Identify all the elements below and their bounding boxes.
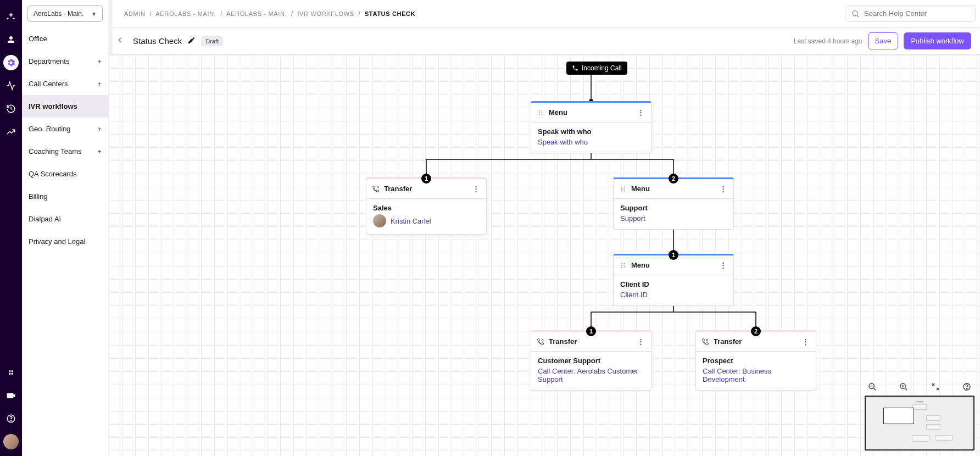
drag-handle-icon[interactable]: [619, 185, 627, 193]
node-person[interactable]: Kristin Carlel: [391, 217, 431, 225]
start-node-label: Incoming Call: [582, 64, 622, 72]
video-icon[interactable]: [3, 388, 19, 403]
key-badge: 2: [669, 174, 678, 183]
more-icon[interactable]: ⋮: [719, 183, 728, 194]
last-saved-label: Last saved 4 hours ago: [794, 37, 862, 45]
node-subtitle: Call Center: Aerolabs Customer Support: [538, 367, 644, 383]
svg-point-4: [539, 110, 540, 111]
sidebar: AeroLabs - Main. ▼ Office Departments + …: [22, 0, 109, 456]
sidebar-item-label: Call Centers: [29, 80, 68, 88]
sidebar-item-georouting[interactable]: Geo. Routing +: [22, 118, 108, 140]
org-selector[interactable]: AeroLabs - Main. ▼: [27, 5, 103, 22]
svg-point-10: [621, 186, 622, 187]
sidebar-item-ivr-workflows[interactable]: IVR workflows: [22, 95, 108, 118]
svg-point-9: [541, 114, 542, 115]
sidebar-item-label: Dialpad Ai: [29, 215, 61, 223]
svg-point-12: [621, 190, 622, 191]
person-icon[interactable]: [3, 32, 19, 47]
node-type-label: Menu: [549, 108, 567, 116]
history-icon[interactable]: [3, 101, 19, 116]
sidebar-item-label: IVR workflows: [29, 102, 77, 110]
node-menu-clientid[interactable]: 1 Menu ⋮ Client ID Client ID: [613, 254, 734, 306]
sidebar-item-billing[interactable]: Billing: [22, 185, 108, 208]
sidebar-item-departments[interactable]: Departments +: [22, 50, 108, 73]
crumb[interactable]: AEROLABS - MAIN.: [226, 10, 287, 17]
start-node[interactable]: Incoming Call: [566, 62, 627, 75]
fit-view-button[interactable]: [930, 381, 941, 392]
node-transfer-prospect[interactable]: 2 Transfer ⋮ Prospect Call Center: Busin…: [695, 330, 816, 391]
status-badge: Draft: [201, 36, 223, 46]
svg-point-21: [623, 266, 625, 268]
crumb-current: STATUS CHECK: [365, 10, 415, 17]
sidebar-item-privacy-legal[interactable]: Privacy and Legal: [22, 230, 108, 253]
minimap-viewport[interactable]: [883, 408, 914, 424]
help-icon[interactable]: [3, 411, 19, 426]
node-title: Support: [620, 204, 727, 212]
crumb[interactable]: IVR WORKFLOWS: [297, 10, 354, 17]
more-icon[interactable]: ⋮: [801, 336, 810, 347]
node-type-label: Transfer: [549, 337, 577, 346]
key-badge: 2: [751, 326, 761, 336]
main: ADMIN / AEROLABS - MAIN. / AEROLABS - MA…: [109, 0, 980, 456]
svg-point-25: [966, 388, 967, 389]
node-menu-support[interactable]: 2 Menu ⋮ Support Support: [613, 177, 734, 230]
workflow-title: Status Check: [133, 36, 182, 46]
node-type-label: Menu: [631, 261, 650, 269]
edit-title-button[interactable]: [187, 36, 196, 46]
workflow-canvas[interactable]: Incoming Call Menu ⋮ Speak with who Spea…: [109, 55, 980, 456]
sidebar-item-coaching-teams[interactable]: Coaching Teams +: [22, 140, 108, 163]
node-subtitle: Call Center: Business Development: [703, 367, 809, 383]
svg-point-6: [539, 114, 540, 115]
node-title: Customer Support: [538, 357, 644, 365]
key-badge: 1: [669, 250, 678, 260]
gear-icon[interactable]: [3, 55, 19, 70]
minimap[interactable]: [865, 396, 975, 451]
sidebar-item-qa-scorecards[interactable]: QA Scorecards: [22, 163, 108, 185]
sidebar-item-callcenters[interactable]: Call Centers +: [22, 73, 108, 95]
sidebar-item-label: Office: [29, 35, 47, 43]
svg-point-15: [623, 190, 625, 191]
sidebar-item-office[interactable]: Office: [22, 27, 108, 50]
svg-point-14: [623, 188, 625, 190]
sparkle-icon[interactable]: [3, 9, 19, 24]
sidebar-item-dialpad-ai[interactable]: Dialpad Ai: [22, 208, 108, 230]
crumb[interactable]: ADMIN: [124, 10, 146, 17]
search-input[interactable]: [845, 5, 976, 22]
plus-icon[interactable]: +: [97, 80, 102, 88]
drag-handle-icon[interactable]: [537, 109, 544, 116]
more-icon[interactable]: ⋮: [719, 260, 728, 270]
plus-icon[interactable]: +: [97, 147, 102, 155]
node-transfer-sales[interactable]: 1 Transfer ⋮ Sales Kristin Carlel: [366, 177, 487, 235]
node-menu-speak[interactable]: Menu ⋮ Speak with who Speak with who: [531, 101, 652, 153]
call-icon: [572, 65, 578, 71]
more-icon[interactable]: ⋮: [636, 107, 645, 118]
transfer-icon: [372, 185, 380, 193]
workflow-header: Status Check Draft Last saved 4 hours ag…: [109, 27, 980, 55]
plus-icon[interactable]: +: [97, 57, 102, 65]
back-button[interactable]: [115, 36, 124, 46]
topbar: ADMIN / AEROLABS - MAIN. / AEROLABS - MA…: [109, 0, 980, 27]
canvas-help-button[interactable]: [961, 381, 972, 392]
activity-icon[interactable]: [3, 78, 19, 93]
save-button[interactable]: Save: [868, 32, 899, 49]
trending-icon[interactable]: [3, 124, 19, 140]
integrations-icon[interactable]: [3, 365, 19, 380]
plus-icon[interactable]: +: [97, 125, 102, 133]
breadcrumb: ADMIN / AEROLABS - MAIN. / AEROLABS - MA…: [124, 10, 415, 17]
zoom-in-button[interactable]: [898, 381, 909, 392]
search-field[interactable]: [863, 9, 970, 18]
sidebar-item-label: Privacy and Legal: [29, 237, 85, 246]
svg-point-1: [10, 420, 12, 421]
node-type-label: Transfer: [714, 337, 742, 346]
svg-point-20: [623, 265, 625, 266]
zoom-out-button[interactable]: [867, 381, 878, 392]
crumb[interactable]: AEROLABS - MAIN.: [155, 10, 216, 17]
key-badge: 1: [586, 326, 596, 336]
user-avatar[interactable]: [3, 434, 19, 449]
svg-point-19: [623, 263, 625, 264]
drag-handle-icon[interactable]: [619, 262, 627, 269]
more-icon[interactable]: ⋮: [636, 336, 645, 347]
node-transfer-cs[interactable]: 1 Transfer ⋮ Customer Support Call Cente…: [531, 330, 652, 391]
publish-button[interactable]: Publish workflow: [904, 32, 971, 49]
more-icon[interactable]: ⋮: [471, 183, 481, 194]
